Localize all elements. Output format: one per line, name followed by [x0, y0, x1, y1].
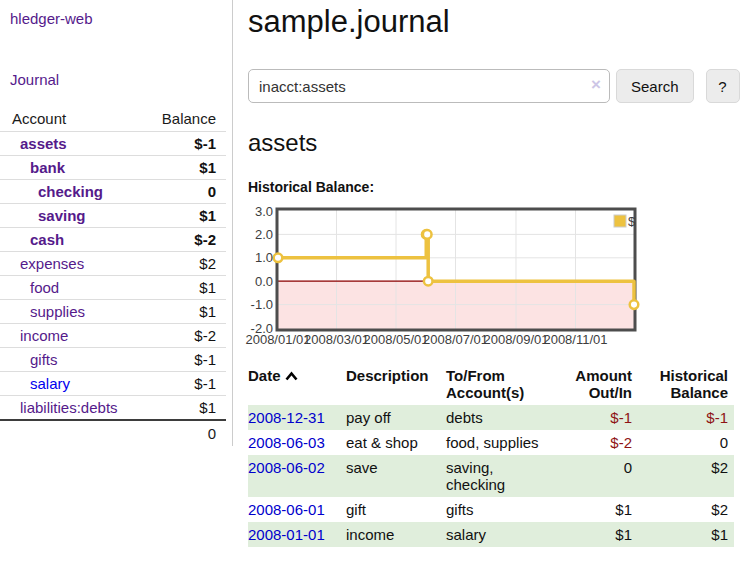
historical-balance-chart[interactable]: $3.02.01.00.0-1.0-2.02008/01/012008/03/0…	[243, 203, 643, 355]
txn-accounts: salary	[446, 522, 554, 547]
transaction-row: 2008-01-01 income salary $1 $1	[248, 522, 734, 547]
page: hledger-web Journal Account Balance asse…	[0, 0, 742, 547]
sidebar-accounts-body: assets $-1 bank $1 checking 0 saving $1 …	[0, 132, 226, 421]
txn-description: eat & shop	[346, 430, 446, 455]
account-row: salary $-1	[0, 372, 226, 396]
account-link[interactable]: gifts	[0, 351, 58, 368]
account-row: liabilities:debts $1	[0, 396, 226, 421]
accounts-total-spacer	[0, 420, 146, 446]
account-balance: $1	[146, 300, 226, 324]
account-row: income $-2	[0, 324, 226, 348]
account-row: cash $-2	[0, 228, 226, 252]
account-heading: assets	[248, 129, 742, 157]
transactions-header-row: Date Description To/From Account(s) Amou…	[248, 365, 734, 405]
account-link[interactable]: expenses	[0, 255, 84, 272]
help-button[interactable]: ?	[706, 69, 740, 103]
account-row: bank $1	[0, 156, 226, 180]
account-link[interactable]: bank	[0, 159, 65, 176]
account-row: checking 0	[0, 180, 226, 204]
account-link[interactable]: income	[0, 327, 68, 344]
txn-accounts: food, supplies	[446, 430, 554, 455]
txn-date-link[interactable]: 2008-12-31	[248, 409, 325, 426]
txn-balance: 0	[638, 430, 734, 455]
account-balance: $-2	[146, 228, 226, 252]
txn-description: pay off	[346, 405, 446, 430]
account-link[interactable]: assets	[0, 135, 67, 152]
svg-text:2008/09/01: 2008/09/01	[483, 332, 548, 347]
svg-text:2008/01/01: 2008/01/01	[245, 332, 310, 347]
account-balance: $-2	[146, 324, 226, 348]
svg-text:2008/11/01: 2008/11/01	[543, 332, 607, 347]
account-row: food $1	[0, 276, 226, 300]
app-title-link[interactable]: hledger-web	[10, 10, 226, 27]
txn-balance: $2	[638, 497, 734, 522]
chart-title: Historical Balance:	[248, 179, 742, 195]
balance-column-header: Historical Balance	[638, 365, 734, 405]
txn-description: income	[346, 522, 446, 547]
account-row: saving $1	[0, 204, 226, 228]
date-column-header: Date	[248, 365, 346, 405]
account-balance: $1	[146, 396, 226, 421]
txn-date-link[interactable]: 2008-01-01	[248, 526, 325, 543]
transactions-body: 2008-12-31 pay off debts $-1 $-1 2008-06…	[248, 405, 734, 547]
sort-ascending-icon	[285, 371, 298, 381]
txn-accounts: gifts	[446, 497, 554, 522]
svg-text:-1.0: -1.0	[251, 297, 273, 312]
txn-amount: $-1	[554, 405, 638, 430]
account-balance: $1	[146, 276, 226, 300]
sidebar-accounts-table: Account Balance assets $-1 bank $1 check…	[0, 106, 226, 446]
account-balance: 0	[146, 180, 226, 204]
account-link[interactable]: cash	[0, 231, 64, 248]
account-row: assets $-1	[0, 132, 226, 156]
sidebar: hledger-web Journal Account Balance asse…	[0, 0, 233, 446]
search-button[interactable]: Search	[616, 69, 694, 103]
main-content: sample.journal × Search ? assets Histori…	[233, 0, 742, 547]
sidebar-accounts-header-row: Account Balance	[0, 106, 226, 132]
account-link[interactable]: food	[0, 279, 59, 296]
accounts-total-row: 0	[0, 420, 226, 446]
svg-text:2.0: 2.0	[255, 227, 273, 242]
account-link[interactable]: salary	[0, 375, 70, 392]
account-link[interactable]: checking	[0, 183, 103, 200]
description-column-header: Description	[346, 365, 446, 405]
svg-text:1.0: 1.0	[255, 250, 273, 265]
account-balance: $1	[146, 204, 226, 228]
accounts-column-header: To/From Account(s)	[446, 365, 554, 405]
account-link[interactable]: supplies	[0, 303, 85, 320]
txn-amount: $1	[554, 497, 638, 522]
txn-date-link[interactable]: 2008-06-01	[248, 501, 325, 518]
svg-text:2008/07/01: 2008/07/01	[423, 332, 488, 347]
txn-balance: $-1	[638, 405, 734, 430]
accounts-total-value: 0	[146, 420, 226, 446]
account-balance: $-1	[146, 348, 226, 372]
account-link[interactable]: liabilities:debts	[0, 399, 118, 416]
transaction-row: 2008-06-01 gift gifts $1 $2	[248, 497, 734, 522]
transaction-row: 2008-12-31 pay off debts $-1 $-1	[248, 405, 734, 430]
txn-accounts: debts	[446, 405, 554, 430]
amount-column-header: Amount Out/In	[554, 365, 638, 405]
account-balance: $1	[146, 156, 226, 180]
svg-text:$: $	[628, 214, 636, 229]
sidebar-item-journal[interactable]: Journal	[10, 71, 226, 88]
txn-balance: $2	[638, 455, 734, 497]
svg-text:3.0: 3.0	[255, 204, 273, 219]
page-title: sample.journal	[248, 4, 742, 40]
txn-amount: $-2	[554, 430, 638, 455]
txn-description: gift	[346, 497, 446, 522]
account-row: supplies $1	[0, 300, 226, 324]
txn-date-link[interactable]: 2008-06-03	[248, 434, 325, 451]
clear-search-icon[interactable]: ×	[587, 75, 605, 95]
date-header-label: Date	[248, 367, 281, 384]
account-row: gifts $-1	[0, 348, 226, 372]
svg-text:2008/03/01: 2008/03/01	[304, 332, 369, 347]
transaction-row: 2008-06-03 eat & shop food, supplies $-2…	[248, 430, 734, 455]
transactions-table: Date Description To/From Account(s) Amou…	[248, 365, 734, 547]
account-link[interactable]: saving	[0, 207, 86, 224]
account-balance: $2	[146, 252, 226, 276]
account-row: expenses $2	[0, 252, 226, 276]
svg-text:0.0: 0.0	[255, 274, 273, 289]
balance-column-header: Balance	[146, 106, 226, 132]
transaction-row: 2008-06-02 save saving, checking 0 $2	[248, 455, 734, 497]
txn-date-link[interactable]: 2008-06-02	[248, 459, 325, 476]
search-input[interactable]	[248, 69, 610, 103]
